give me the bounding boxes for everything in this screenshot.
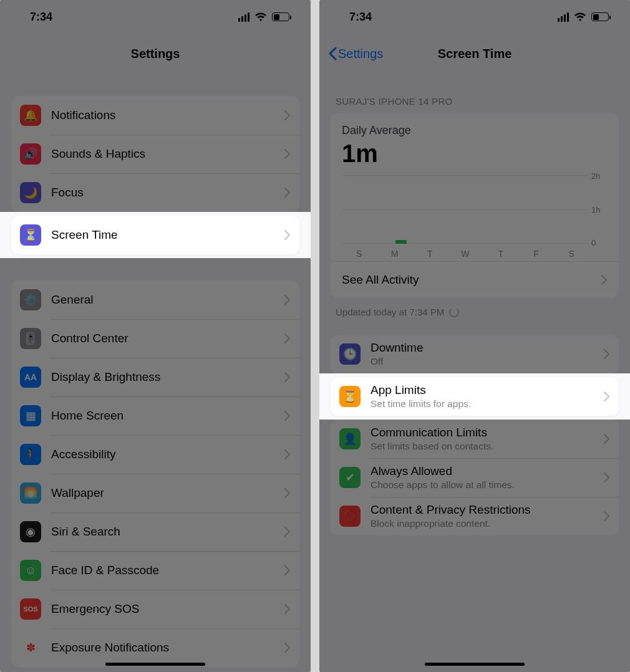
cellular-icon bbox=[558, 12, 569, 22]
text-size-icon: AA bbox=[20, 367, 41, 388]
chevron-right-icon bbox=[284, 565, 291, 575]
row-app-limits[interactable]: ⏳ App Limits Set time limits for apps. bbox=[331, 377, 619, 416]
highlight-app-limits: ⏳ App Limits Set time limits for apps. bbox=[319, 373, 630, 420]
day-tick: M bbox=[377, 249, 412, 259]
row-label: Emergency SOS bbox=[51, 602, 274, 616]
settings-row-wallpaper[interactable]: 🌅 Wallpaper bbox=[11, 474, 299, 512]
day-tick: T bbox=[413, 249, 447, 259]
gear-icon: ⚙️ bbox=[20, 289, 41, 310]
row-title: Downtime bbox=[371, 341, 594, 355]
chevron-right-icon bbox=[284, 372, 291, 382]
avg-label: Daily Average bbox=[342, 124, 608, 137]
settings-row-siri[interactable]: ◉ Siri & Search bbox=[11, 512, 299, 551]
limits-group-2: 👤 Communication Limits Set limits based … bbox=[331, 420, 619, 535]
settings-row-control-center[interactable]: 🎚️ Control Center bbox=[11, 319, 299, 358]
settings-row-sos[interactable]: SOS Emergency SOS bbox=[11, 590, 299, 628]
settings-row-accessibility[interactable]: 🚶 Accessibility bbox=[11, 435, 299, 474]
row-label: Wallpaper bbox=[51, 486, 274, 500]
chart-bar bbox=[395, 240, 407, 244]
y-tick: 2h bbox=[591, 171, 608, 181]
wifi-icon bbox=[254, 12, 267, 22]
day-tick: S bbox=[555, 249, 589, 259]
status-indicators bbox=[238, 12, 289, 22]
updated-label: Updated today at 7:34 PM bbox=[336, 307, 444, 317]
settings-row-focus[interactable]: 🌙 Focus bbox=[11, 173, 299, 212]
usage-card: Daily Average 1m 2h 1h 0 S M T W bbox=[331, 113, 619, 298]
settings-row-exposure[interactable]: ✽ Exposure Notifications bbox=[11, 628, 299, 667]
see-all-activity[interactable]: See All Activity bbox=[331, 261, 619, 298]
row-label: Home Screen bbox=[51, 409, 274, 423]
row-label: Exposure Notifications bbox=[51, 641, 274, 655]
device-header: SURAJ'S IPHONE 14 PRO bbox=[331, 74, 619, 113]
row-label: Focus bbox=[51, 186, 274, 199]
wallpaper-icon: 🌅 bbox=[20, 482, 41, 504]
y-tick: 1h bbox=[591, 205, 608, 214]
settings-row-sounds[interactable]: 🔊 Sounds & Haptics bbox=[11, 135, 299, 173]
row-label: Control Center bbox=[51, 332, 274, 345]
home-indicator[interactable] bbox=[425, 663, 525, 666]
updated-text: Updated today at 7:34 PM bbox=[331, 298, 619, 317]
settings-content: 🔔 Notifications 🔊 Sounds & Haptics 🌙 Foc… bbox=[0, 96, 311, 672]
no-entry-icon: 🚫 bbox=[339, 506, 361, 527]
status-bar: 7:34 bbox=[319, 0, 630, 34]
status-time: 7:34 bbox=[30, 11, 52, 24]
settings-row-display[interactable]: AA Display & Brightness bbox=[11, 358, 299, 396]
chevron-right-icon bbox=[284, 449, 291, 459]
settings-row-faceid[interactable]: ☺ Face ID & Passcode bbox=[11, 551, 299, 590]
battery-icon bbox=[272, 12, 289, 21]
bell-icon: 🔔 bbox=[20, 105, 41, 126]
row-label: Screen Time bbox=[51, 228, 274, 242]
chevron-right-icon bbox=[604, 511, 610, 521]
battery-icon bbox=[591, 12, 609, 21]
y-tick: 0 bbox=[591, 238, 608, 247]
row-title: App Limits bbox=[371, 383, 594, 397]
row-title: Always Allowed bbox=[371, 464, 594, 478]
row-downtime[interactable]: 🕒 Downtime Off bbox=[331, 335, 619, 373]
back-button[interactable]: Settings bbox=[328, 47, 383, 61]
home-indicator[interactable] bbox=[105, 663, 205, 666]
row-subtitle: Set limits based on contacts. bbox=[371, 441, 594, 452]
chevron-right-icon bbox=[284, 110, 291, 120]
row-always-allowed[interactable]: ✔︎ Always Allowed Choose apps to allow a… bbox=[331, 458, 619, 497]
hourglass-icon: ⏳ bbox=[20, 224, 41, 246]
limits-group: 🕒 Downtime Off bbox=[331, 335, 619, 373]
chevron-right-icon bbox=[604, 349, 610, 359]
chevron-right-icon bbox=[284, 527, 291, 537]
chevron-right-icon bbox=[284, 643, 291, 653]
cellular-icon bbox=[238, 12, 250, 22]
row-content-privacy[interactable]: 🚫 Content & Privacy Restrictions Block i… bbox=[331, 497, 619, 535]
row-subtitle: Off bbox=[371, 356, 594, 367]
row-label: General bbox=[51, 293, 274, 307]
settings-row-home-screen[interactable]: ▦ Home Screen bbox=[11, 396, 299, 435]
chevron-left-icon bbox=[328, 47, 337, 60]
page-title: Screen Time bbox=[438, 47, 512, 61]
row-title: Communication Limits bbox=[371, 426, 594, 439]
highlight-screen-time: ⏳ Screen Time bbox=[0, 212, 311, 258]
chevron-right-icon bbox=[284, 149, 291, 159]
back-label: Settings bbox=[338, 47, 383, 61]
settings-row-notifications[interactable]: 🔔 Notifications bbox=[11, 96, 299, 135]
row-subtitle: Set time limits for apps. bbox=[371, 398, 594, 410]
row-label: Display & Brightness bbox=[51, 370, 274, 384]
nav-header: Settings Screen Time bbox=[319, 34, 630, 74]
chevron-right-icon bbox=[284, 488, 291, 498]
accessibility-icon: 🚶 bbox=[20, 444, 41, 465]
settings-row-screen-time[interactable]: ⏳ Screen Time bbox=[11, 216, 299, 254]
day-tick: W bbox=[448, 249, 482, 259]
row-title: Content & Privacy Restrictions bbox=[371, 503, 594, 517]
row-communication-limits[interactable]: 👤 Communication Limits Set limits based … bbox=[331, 420, 619, 458]
row-label: Accessibility bbox=[51, 448, 274, 461]
settings-row-general[interactable]: ⚙️ General bbox=[11, 281, 299, 319]
exposure-icon: ✽ bbox=[20, 637, 41, 658]
row-subtitle: Block inappropriate content. bbox=[371, 518, 594, 529]
siri-icon: ◉ bbox=[20, 521, 41, 542]
chevron-right-icon bbox=[284, 188, 291, 198]
settings-screen: 7:34 Settings 🔔 Notifications 🔊 Sounds &… bbox=[0, 0, 311, 672]
chevron-right-icon bbox=[604, 434, 610, 444]
spinner-icon bbox=[449, 307, 459, 317]
row-label: Sounds & Haptics bbox=[51, 147, 274, 161]
settings-group-1: 🔔 Notifications 🔊 Sounds & Haptics 🌙 Foc… bbox=[11, 96, 299, 212]
chevron-right-icon bbox=[604, 391, 610, 401]
row-subtitle: Choose apps to allow at all times. bbox=[371, 479, 594, 491]
check-icon: ✔︎ bbox=[339, 467, 361, 488]
